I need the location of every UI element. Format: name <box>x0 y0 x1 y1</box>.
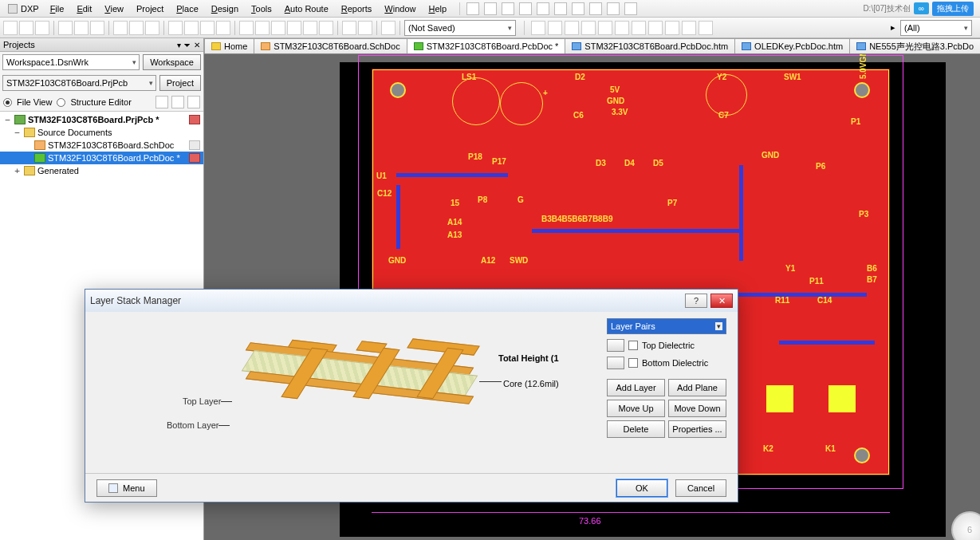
filter-combo[interactable]: (All) <box>900 20 972 36</box>
tool-route-icon[interactable] <box>381 21 396 35</box>
panel-tool-icon[interactable] <box>187 96 200 108</box>
cloud-icon[interactable]: ∞ <box>914 2 929 14</box>
menu-place[interactable]: Place <box>170 4 205 14</box>
help-button[interactable]: ? <box>685 294 707 308</box>
tool-place-string-icon[interactable] <box>665 21 679 35</box>
add-plane-button[interactable]: Add Plane <box>668 379 726 396</box>
ok-button[interactable]: OK <box>616 479 667 497</box>
quick-tool-icon[interactable] <box>519 2 532 15</box>
tool-place-dimension-icon[interactable] <box>699 21 713 35</box>
tool-preview-icon[interactable] <box>74 21 89 35</box>
zoom-indicator[interactable]: 6 <box>951 511 980 540</box>
project-field[interactable]: STM32F103C8T6Board.PrjPcb <box>2 75 156 91</box>
tab-oledkey-htm[interactable]: OLEDKey.PcbDoc.htm <box>734 38 850 53</box>
tool-cut-icon[interactable] <box>239 21 254 35</box>
quick-tool-icon[interactable] <box>502 2 514 15</box>
quick-tool-icon[interactable] <box>537 2 549 15</box>
menu-project[interactable]: Project <box>130 4 170 14</box>
tool-place-poly-icon[interactable] <box>615 21 629 35</box>
tree-project-root[interactable]: −STM32F103C8T6Board.PrjPcb * <box>0 113 203 126</box>
top-dielectric-checkbox[interactable] <box>628 341 638 350</box>
quick-tool-icon[interactable] <box>466 2 479 15</box>
tool-place-component-icon[interactable] <box>682 21 696 35</box>
tab-ne555[interactable]: NE555声光控电路3.PcbDo <box>849 38 980 53</box>
delete-button[interactable]: Delete <box>607 420 665 438</box>
tool-undo-icon[interactable] <box>342 21 356 35</box>
tool-zoom-selected-icon[interactable] <box>145 21 159 35</box>
menu-button[interactable]: Menu <box>96 479 157 497</box>
menu-reports[interactable]: Reports <box>335 4 379 14</box>
menu-design[interactable]: Design <box>205 4 245 14</box>
menu-auto-route[interactable]: Auto Route <box>278 4 335 14</box>
menu-view[interactable]: View <box>98 4 130 14</box>
tool-place-text-icon[interactable] <box>648 21 663 35</box>
tool-save-icon[interactable] <box>35 21 49 35</box>
tool-layer-icon[interactable] <box>168 21 183 35</box>
tab-schematic[interactable]: STM32F103C8T6Board.SchDoc <box>254 38 407 53</box>
quick-tool-icon[interactable] <box>572 2 584 15</box>
move-down-button[interactable]: Move Down <box>668 400 726 417</box>
quick-tool-icon[interactable] <box>624 2 637 15</box>
tree-generated[interactable]: +Generated <box>0 164 203 177</box>
dialog-titlebar[interactable]: Layer Stack Manager ? ✕ <box>85 290 738 312</box>
close-button[interactable]: ✕ <box>710 294 733 308</box>
pin-icon[interactable]: ▾ ⏷ ✕ <box>177 41 200 49</box>
tool-place-region-icon[interactable] <box>632 21 646 35</box>
tool-open-icon[interactable] <box>19 21 33 35</box>
quick-tool-icon[interactable] <box>589 2 602 15</box>
project-button[interactable]: Project <box>159 75 201 91</box>
workspace-button[interactable]: Workspace <box>143 54 201 70</box>
menu-edit[interactable]: Edit <box>70 4 98 14</box>
bottom-dielectric-swatch[interactable] <box>607 357 624 369</box>
workspace-field[interactable]: Workspace1.DsnWrk <box>2 54 140 70</box>
properties-button[interactable]: Properties ... <box>668 420 726 438</box>
tool-select-icon[interactable] <box>287 21 301 35</box>
tool-clear-icon[interactable] <box>319 21 333 35</box>
tool-place-fill-icon[interactable] <box>598 21 612 35</box>
upload-badge[interactable]: 拖拽上传 <box>932 2 974 16</box>
tool-measure-icon[interactable] <box>216 21 230 35</box>
tool-new-icon[interactable] <box>3 21 18 35</box>
move-up-button[interactable]: Move Up <box>607 400 665 417</box>
quick-tool-icon[interactable] <box>607 2 620 15</box>
tool-origin-icon[interactable] <box>200 21 214 35</box>
tree-pcb-doc[interactable]: STM32F103C8T6Board.PcbDoc * <box>0 152 203 164</box>
top-dielectric-label: Top Dielectric <box>642 341 695 350</box>
tool-grid-icon[interactable] <box>184 21 199 35</box>
tool-place-arc-icon[interactable] <box>581 21 596 35</box>
tool-paste-icon[interactable] <box>271 21 285 35</box>
tool-copy-icon[interactable] <box>255 21 270 35</box>
tab-home[interactable]: Home <box>204 38 254 53</box>
bottom-dielectric-checkbox[interactable] <box>628 358 638 368</box>
menu-window[interactable]: Window <box>378 4 422 14</box>
structure-editor-radio[interactable] <box>57 98 65 107</box>
tree-source-documents[interactable]: −Source Documents <box>0 126 203 139</box>
tool-place-track-icon[interactable] <box>531 21 545 35</box>
menu-tools[interactable]: Tools <box>245 4 278 14</box>
dxp-menu[interactable]: DXP <box>3 4 44 14</box>
tool-place-via-icon[interactable] <box>548 21 562 35</box>
panel-tool-icon[interactable] <box>155 96 168 108</box>
menu-file[interactable]: File <box>44 4 71 14</box>
tool-place-pad-icon[interactable] <box>565 21 579 35</box>
tool-zoom-fit-icon[interactable] <box>129 21 144 35</box>
tab-pcb[interactable]: STM32F103C8T6Board.PcbDoc * <box>407 38 566 53</box>
add-layer-button[interactable]: Add Layer <box>607 379 665 396</box>
tool-libraries-icon[interactable] <box>90 21 104 35</box>
tool-zoom-area-icon[interactable] <box>113 21 128 35</box>
cancel-button[interactable]: Cancel <box>675 479 726 497</box>
quick-tool-icon[interactable] <box>484 2 497 15</box>
menu-help[interactable]: Help <box>422 4 453 14</box>
panel-tool-icon[interactable] <box>171 96 184 108</box>
layer-pairs-select[interactable]: Layer Pairs <box>607 318 726 334</box>
top-dielectric-swatch[interactable] <box>607 339 624 352</box>
tool-redo-icon[interactable] <box>358 21 372 35</box>
quick-tool-icon[interactable] <box>554 2 567 15</box>
saved-state-combo[interactable]: (Not Saved) <box>404 20 516 36</box>
tree-sch-doc[interactable]: STM32F103C8T6Board.SchDoc <box>0 139 203 152</box>
file-view-radio[interactable] <box>3 98 12 107</box>
tool-move-icon[interactable] <box>303 21 317 35</box>
projects-panel-title: Projects ▾ ⏷ ✕ <box>0 38 203 52</box>
tool-print-icon[interactable] <box>58 21 73 35</box>
tab-pcb-htm[interactable]: STM32F103C8T6Board.PcbDoc.htm <box>565 38 735 53</box>
